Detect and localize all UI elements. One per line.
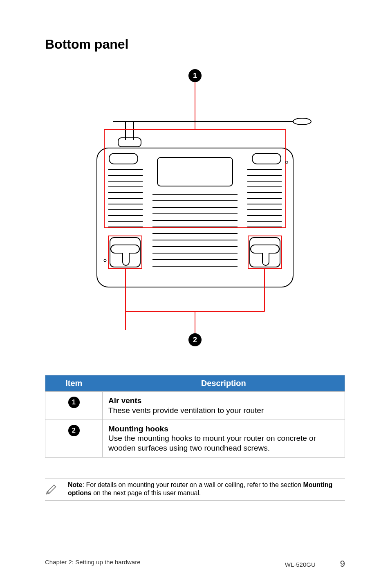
table-header-description: Description	[103, 375, 345, 392]
footer-model: WL-520GU	[285, 561, 316, 568]
pencil-note-icon	[45, 481, 59, 495]
diagram-container: 1	[45, 68, 345, 363]
svg-rect-3	[118, 138, 141, 147]
row-badge-1: 1	[68, 397, 80, 408]
row-title: Air vents	[108, 396, 339, 406]
svg-rect-6	[109, 153, 138, 164]
router-bottom-diagram: 1	[64, 68, 326, 363]
table-header-item: Item	[45, 375, 103, 392]
section-title: Bottom panel	[45, 37, 345, 52]
row-body: These vents provide ventilation to your …	[108, 406, 339, 415]
description-table: Item Description 1 Air vents These vents…	[45, 375, 345, 458]
footer-chapter: Chapter 2: Setting up the hardware	[45, 559, 140, 569]
table-row: 1 Air vents These vents provide ventilat…	[45, 392, 345, 420]
svg-rect-7	[252, 153, 281, 164]
svg-rect-10	[157, 157, 233, 186]
note-text: Note: For details on mounting your route…	[68, 481, 345, 497]
note-block: Note: For details on mounting your route…	[45, 478, 345, 501]
callout-badge-1: 1	[193, 72, 197, 80]
svg-rect-47	[108, 236, 142, 269]
svg-rect-45	[110, 238, 140, 267]
page-footer: Chapter 2: Setting up the hardware WL-52…	[45, 555, 345, 569]
row-title: Mounting hooks	[108, 424, 339, 434]
callout-badge-2: 2	[193, 336, 197, 344]
page: Bottom panel 1	[0, 0, 390, 588]
svg-point-9	[104, 259, 106, 262]
svg-rect-5	[104, 130, 286, 228]
row-badge-2: 2	[68, 425, 80, 436]
note-label: Note	[68, 481, 83, 488]
svg-rect-48	[248, 236, 282, 269]
svg-rect-46	[250, 238, 280, 267]
row-body: Use the mounting hooks to mount your rou…	[108, 433, 339, 453]
footer-page-number: 9	[340, 559, 345, 569]
table-row: 2 Mounting hooks Use the mounting hooks …	[45, 420, 345, 457]
svg-point-2	[293, 118, 311, 125]
note-post: on the next page of this user manual.	[92, 489, 201, 496]
note-pre: : For details on mounting your router on…	[83, 481, 303, 488]
